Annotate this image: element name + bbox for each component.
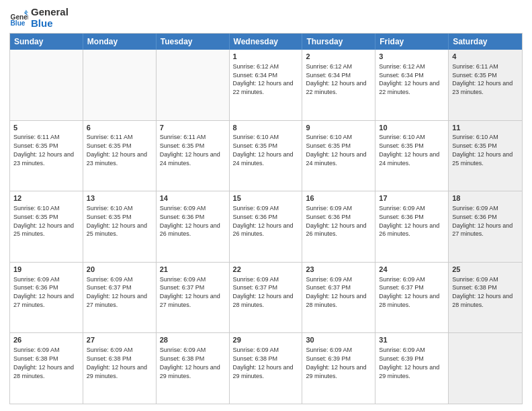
day-number: 30 bbox=[306, 335, 371, 345]
logo-general: General bbox=[31, 7, 69, 18]
calendar: SundayMondayTuesdayWednesdayThursdayFrid… bbox=[9, 33, 523, 404]
day-cell-20: 20Sunrise: 6:09 AM Sunset: 6:37 PM Dayli… bbox=[83, 263, 157, 333]
day-number: 17 bbox=[379, 193, 445, 203]
day-info: Sunrise: 6:11 AM Sunset: 6:35 PM Dayligh… bbox=[13, 134, 74, 166]
day-info: Sunrise: 6:09 AM Sunset: 6:36 PM Dayligh… bbox=[306, 205, 366, 237]
day-number: 20 bbox=[87, 265, 152, 275]
day-cell-3: 3Sunrise: 6:12 AM Sunset: 6:34 PM Daylig… bbox=[375, 50, 449, 120]
day-number: 28 bbox=[160, 335, 226, 345]
day-number: 3 bbox=[379, 52, 445, 62]
day-info: Sunrise: 6:09 AM Sunset: 6:38 PM Dayligh… bbox=[233, 347, 294, 379]
day-info: Sunrise: 6:09 AM Sunset: 6:36 PM Dayligh… bbox=[233, 205, 294, 237]
day-cell-21: 21Sunrise: 6:09 AM Sunset: 6:37 PM Dayli… bbox=[157, 263, 230, 333]
day-info: Sunrise: 6:12 AM Sunset: 6:34 PM Dayligh… bbox=[306, 63, 366, 95]
day-info: Sunrise: 6:09 AM Sunset: 6:36 PM Dayligh… bbox=[452, 205, 513, 237]
day-info: Sunrise: 6:10 AM Sunset: 6:35 PM Dayligh… bbox=[379, 134, 439, 166]
day-cell-10: 10Sunrise: 6:10 AM Sunset: 6:35 PM Dayli… bbox=[375, 121, 449, 191]
day-info: Sunrise: 6:09 AM Sunset: 6:38 PM Dayligh… bbox=[13, 347, 74, 379]
day-number: 31 bbox=[379, 335, 445, 345]
day-number: 22 bbox=[233, 265, 299, 275]
col-header-monday: Monday bbox=[83, 34, 157, 50]
day-cell-2: 2Sunrise: 6:12 AM Sunset: 6:34 PM Daylig… bbox=[302, 50, 375, 120]
day-cell-11: 11Sunrise: 6:10 AM Sunset: 6:35 PM Dayli… bbox=[449, 121, 522, 191]
day-cell-23: 23Sunrise: 6:09 AM Sunset: 6:37 PM Dayli… bbox=[302, 263, 375, 333]
day-info: Sunrise: 6:11 AM Sunset: 6:35 PM Dayligh… bbox=[452, 63, 513, 95]
empty-cell bbox=[83, 50, 157, 120]
day-number: 10 bbox=[379, 123, 445, 133]
empty-cell bbox=[157, 50, 230, 120]
week-row-0: 1Sunrise: 6:12 AM Sunset: 6:34 PM Daylig… bbox=[10, 50, 522, 120]
day-info: Sunrise: 6:09 AM Sunset: 6:36 PM Dayligh… bbox=[13, 276, 74, 308]
day-cell-31: 31Sunrise: 6:09 AM Sunset: 6:39 PM Dayli… bbox=[375, 333, 449, 404]
page: General Blue General Blue SundayMondayTu… bbox=[0, 0, 532, 411]
day-number: 29 bbox=[233, 335, 299, 345]
day-cell-7: 7Sunrise: 6:11 AM Sunset: 6:35 PM Daylig… bbox=[157, 121, 230, 191]
day-info: Sunrise: 6:09 AM Sunset: 6:37 PM Dayligh… bbox=[233, 276, 294, 308]
day-number: 15 bbox=[233, 193, 299, 203]
day-info: Sunrise: 6:10 AM Sunset: 6:35 PM Dayligh… bbox=[306, 134, 366, 166]
day-cell-9: 9Sunrise: 6:10 AM Sunset: 6:35 PM Daylig… bbox=[302, 121, 375, 191]
day-cell-26: 26Sunrise: 6:09 AM Sunset: 6:38 PM Dayli… bbox=[10, 333, 83, 404]
day-number: 2 bbox=[306, 52, 371, 62]
day-number: 23 bbox=[306, 265, 371, 275]
day-cell-29: 29Sunrise: 6:09 AM Sunset: 6:38 PM Dayli… bbox=[230, 333, 303, 404]
col-header-sunday: Sunday bbox=[10, 34, 83, 50]
day-cell-8: 8Sunrise: 6:10 AM Sunset: 6:35 PM Daylig… bbox=[230, 121, 303, 191]
header: General Blue General Blue bbox=[9, 7, 523, 29]
day-number: 16 bbox=[306, 193, 371, 203]
day-cell-6: 6Sunrise: 6:11 AM Sunset: 6:35 PM Daylig… bbox=[83, 121, 157, 191]
logo: General Blue General Blue bbox=[9, 7, 69, 29]
day-number: 25 bbox=[452, 265, 519, 275]
day-number: 26 bbox=[13, 335, 79, 345]
col-header-thursday: Thursday bbox=[302, 34, 375, 50]
day-info: Sunrise: 6:09 AM Sunset: 6:36 PM Dayligh… bbox=[160, 205, 220, 237]
col-header-tuesday: Tuesday bbox=[157, 34, 230, 50]
week-row-4: 26Sunrise: 6:09 AM Sunset: 6:38 PM Dayli… bbox=[10, 332, 522, 404]
day-cell-12: 12Sunrise: 6:10 AM Sunset: 6:35 PM Dayli… bbox=[10, 191, 83, 262]
day-cell-14: 14Sunrise: 6:09 AM Sunset: 6:36 PM Dayli… bbox=[157, 191, 230, 262]
day-cell-13: 13Sunrise: 6:10 AM Sunset: 6:35 PM Dayli… bbox=[83, 191, 157, 262]
day-cell-27: 27Sunrise: 6:09 AM Sunset: 6:38 PM Dayli… bbox=[83, 333, 157, 404]
day-info: Sunrise: 6:12 AM Sunset: 6:34 PM Dayligh… bbox=[379, 63, 439, 95]
day-info: Sunrise: 6:09 AM Sunset: 6:37 PM Dayligh… bbox=[306, 276, 366, 308]
day-number: 8 bbox=[233, 123, 299, 133]
col-header-friday: Friday bbox=[375, 34, 449, 50]
day-cell-18: 18Sunrise: 6:09 AM Sunset: 6:36 PM Dayli… bbox=[449, 191, 522, 262]
day-cell-24: 24Sunrise: 6:09 AM Sunset: 6:37 PM Dayli… bbox=[375, 263, 449, 333]
empty-cell bbox=[10, 50, 83, 120]
svg-text:Blue: Blue bbox=[11, 19, 26, 26]
day-info: Sunrise: 6:10 AM Sunset: 6:35 PM Dayligh… bbox=[13, 205, 74, 237]
day-info: Sunrise: 6:10 AM Sunset: 6:35 PM Dayligh… bbox=[233, 134, 294, 166]
week-row-3: 19Sunrise: 6:09 AM Sunset: 6:36 PM Dayli… bbox=[10, 262, 522, 333]
logo-blue: Blue bbox=[31, 18, 69, 30]
day-number: 4 bbox=[452, 52, 519, 62]
day-cell-22: 22Sunrise: 6:09 AM Sunset: 6:37 PM Dayli… bbox=[230, 263, 303, 333]
week-row-1: 5Sunrise: 6:11 AM Sunset: 6:35 PM Daylig… bbox=[10, 120, 522, 191]
day-info: Sunrise: 6:12 AM Sunset: 6:34 PM Dayligh… bbox=[233, 63, 294, 95]
day-number: 19 bbox=[13, 265, 79, 275]
day-number: 11 bbox=[452, 123, 519, 133]
day-number: 14 bbox=[160, 193, 226, 203]
empty-cell bbox=[449, 333, 522, 404]
svg-marker-3 bbox=[24, 9, 28, 13]
col-header-wednesday: Wednesday bbox=[230, 34, 303, 50]
day-number: 13 bbox=[87, 193, 152, 203]
day-info: Sunrise: 6:09 AM Sunset: 6:38 PM Dayligh… bbox=[87, 347, 147, 379]
day-cell-25: 25Sunrise: 6:09 AM Sunset: 6:38 PM Dayli… bbox=[449, 263, 522, 333]
day-number: 5 bbox=[13, 123, 79, 133]
day-info: Sunrise: 6:09 AM Sunset: 6:38 PM Dayligh… bbox=[452, 276, 513, 308]
day-number: 24 bbox=[379, 265, 445, 275]
logo-icon: General Blue bbox=[9, 9, 28, 28]
col-header-saturday: Saturday bbox=[449, 34, 522, 50]
day-number: 1 bbox=[233, 52, 299, 62]
day-info: Sunrise: 6:09 AM Sunset: 6:36 PM Dayligh… bbox=[379, 205, 439, 237]
day-cell-4: 4Sunrise: 6:11 AM Sunset: 6:35 PM Daylig… bbox=[449, 50, 522, 120]
day-cell-17: 17Sunrise: 6:09 AM Sunset: 6:36 PM Dayli… bbox=[375, 191, 449, 262]
day-number: 6 bbox=[87, 123, 152, 133]
day-cell-19: 19Sunrise: 6:09 AM Sunset: 6:36 PM Dayli… bbox=[10, 263, 83, 333]
day-info: Sunrise: 6:11 AM Sunset: 6:35 PM Dayligh… bbox=[160, 134, 220, 166]
day-number: 9 bbox=[306, 123, 371, 133]
day-cell-28: 28Sunrise: 6:09 AM Sunset: 6:38 PM Dayli… bbox=[157, 333, 230, 404]
day-cell-16: 16Sunrise: 6:09 AM Sunset: 6:36 PM Dayli… bbox=[302, 191, 375, 262]
calendar-header-row: SundayMondayTuesdayWednesdayThursdayFrid… bbox=[10, 34, 522, 50]
